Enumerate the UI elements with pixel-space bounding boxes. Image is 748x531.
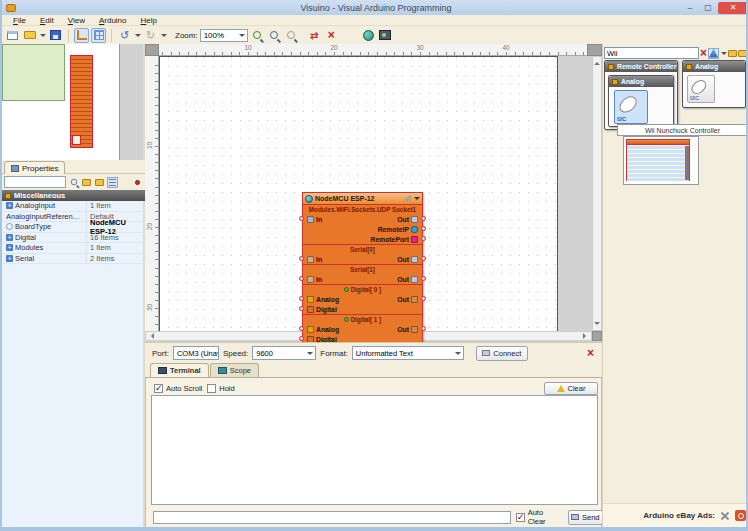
category-analog[interactable]: Analog I2C (682, 60, 746, 108)
pin-connector[interactable] (421, 226, 426, 231)
menu-help[interactable]: Help (134, 16, 164, 25)
auto-clear-box[interactable] (516, 513, 525, 522)
zoom-out-button[interactable] (267, 28, 282, 43)
pin-connector[interactable] (299, 276, 304, 281)
pin-connector[interactable] (421, 276, 426, 281)
redo-button[interactable]: ↻ (143, 28, 158, 43)
scroll-left-icon[interactable] (148, 333, 154, 339)
pin-connector[interactable] (299, 216, 304, 221)
close-panel-icon[interactable]: × (587, 347, 594, 359)
route-wires-toggle[interactable] (74, 28, 89, 43)
ads-settings-icon[interactable] (720, 511, 730, 521)
scroll-down-icon[interactable] (594, 322, 600, 328)
pin-connector[interactable] (299, 256, 304, 261)
pin-in[interactable]: In (307, 256, 322, 263)
wrench-icon[interactable] (404, 195, 412, 202)
speed-select[interactable]: 9600 (252, 346, 316, 360)
pin-connector[interactable] (299, 326, 304, 331)
tab-terminal[interactable]: Terminal (150, 363, 209, 377)
hold-box[interactable] (207, 384, 216, 393)
category-header[interactable]: Analog (683, 61, 745, 72)
property-value[interactable]: 16 Items (87, 233, 145, 242)
pin-panel-button[interactable] (132, 177, 143, 188)
format-select[interactable]: Unformatted Text (352, 346, 464, 360)
canvas-vertical-scrollbar[interactable] (592, 56, 602, 331)
tab-properties[interactable]: Properties (4, 161, 65, 174)
pin-in[interactable]: In (307, 276, 322, 283)
new-project-button[interactable] (5, 28, 20, 43)
menu-arduino[interactable]: Arduino (92, 16, 134, 25)
show-grid-toggle[interactable] (91, 28, 106, 43)
property-row[interactable]: +AnalogInput1 Item (2, 201, 145, 212)
ebay-icon[interactable] (735, 510, 746, 521)
pin-connector[interactable] (421, 236, 426, 241)
palette-search-input[interactable] (604, 47, 699, 59)
open-dropdown-arrow[interactable] (40, 34, 46, 37)
refresh-button[interactable]: ⇄ (307, 28, 322, 43)
pin-out[interactable]: Out (397, 216, 418, 223)
pin-analog[interactable]: Analog (307, 326, 339, 333)
auto-scroll-checkbox[interactable]: Auto Scroll (154, 384, 202, 393)
menu-edit[interactable]: Edit (33, 16, 61, 25)
wii-nunchuck-item[interactable]: I2C (614, 90, 648, 124)
tab-scope[interactable]: Scope (210, 363, 259, 377)
save-project-button[interactable] (48, 28, 63, 43)
expand-all-button[interactable] (81, 177, 92, 188)
component-header[interactable]: NodeMCU ESP-12 (303, 193, 422, 205)
subcategory-analog[interactable]: Analog I2C (608, 75, 674, 127)
expand-icon[interactable]: + (6, 234, 13, 241)
pin-connector[interactable] (299, 296, 304, 301)
clear-search-icon[interactable]: × (700, 47, 707, 59)
pin-in[interactable]: In (307, 216, 322, 223)
port-select[interactable]: COM3 (Unav (173, 346, 219, 360)
menu-view[interactable]: View (61, 16, 92, 25)
zoom-fit-button[interactable] (284, 28, 299, 43)
delete-button[interactable]: × (324, 28, 339, 43)
minimap-viewport[interactable] (2, 44, 65, 101)
web-button[interactable] (361, 28, 376, 43)
properties-filter-input[interactable] (4, 176, 66, 188)
redo-dropdown-arrow[interactable] (161, 34, 167, 37)
undo-dropdown-arrow[interactable] (135, 34, 141, 37)
pin-remoteip[interactable]: RemoteIP (378, 226, 418, 233)
property-value[interactable]: 2 Items (87, 254, 145, 263)
menu-file[interactable]: File (6, 16, 33, 25)
property-row[interactable]: +Modules1 Item (2, 243, 145, 254)
scroll-up-icon[interactable] (594, 59, 600, 65)
pin-out[interactable]: Out (397, 256, 418, 263)
expand-icon[interactable]: + (6, 255, 13, 262)
pin-connector[interactable] (421, 326, 426, 331)
auto-scroll-box[interactable] (154, 384, 163, 393)
pin-digital[interactable]: Digital (307, 306, 337, 313)
pin-analog[interactable]: Analog (307, 296, 339, 303)
property-row[interactable]: +Digital16 Items (2, 233, 145, 244)
property-group-header[interactable]: Miscellaneous (2, 190, 145, 201)
property-row[interactable]: BoardTypeNodeMCU ESP-12 (2, 222, 145, 233)
open-project-button[interactable] (22, 28, 37, 43)
terminal-output[interactable] (151, 395, 598, 505)
wizard-filter-button[interactable] (708, 48, 719, 59)
zoom-select[interactable]: 100% (200, 29, 248, 42)
palette-expand-button[interactable] (728, 48, 737, 59)
pin-out[interactable]: Out (397, 296, 418, 303)
property-value[interactable]: 1 Item (87, 201, 145, 210)
auto-clear-checkbox[interactable]: Auto Clear (516, 508, 563, 526)
subcategory-header[interactable]: Analog (609, 76, 673, 87)
undo-button[interactable]: ↺ (117, 28, 132, 43)
collapse-all-button[interactable] (94, 177, 105, 188)
zoom-in-button[interactable] (250, 28, 265, 43)
pin-remoteport[interactable]: RemotePort (370, 236, 418, 243)
pin-connector[interactable] (421, 256, 426, 261)
pin-connector[interactable] (421, 296, 426, 301)
expand-icon[interactable]: + (6, 202, 13, 209)
overview-minimap[interactable] (2, 44, 145, 160)
connect-button[interactable]: Connect (476, 346, 528, 361)
pin-connector[interactable] (299, 336, 304, 341)
filter-button[interactable] (68, 177, 79, 188)
pin-connector[interactable] (299, 306, 304, 311)
clear-button[interactable]: Clear (544, 382, 598, 395)
wii-nunchuck-item-gray[interactable]: I2C (687, 75, 715, 103)
wizard-dropdown-arrow[interactable] (721, 52, 727, 55)
palette-collapse-button[interactable] (738, 48, 747, 59)
pin-out[interactable]: Out (397, 326, 418, 333)
